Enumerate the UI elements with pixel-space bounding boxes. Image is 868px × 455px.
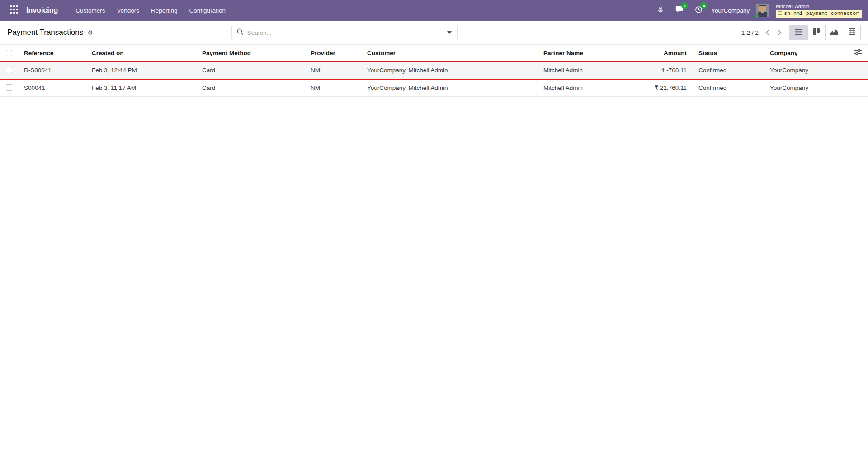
- header-created-on[interactable]: Created on: [86, 50, 196, 56]
- search-icon: [236, 28, 244, 37]
- list-lines-icon: [778, 10, 782, 17]
- menu-configuration[interactable]: Configuration: [184, 4, 231, 18]
- pager-range: 1-2 / 2: [741, 29, 759, 36]
- online-status-dot: [755, 14, 759, 19]
- pager-next-button[interactable]: [776, 28, 783, 37]
- menu-customers[interactable]: Customers: [71, 4, 110, 18]
- search-dropdown-toggle[interactable]: [446, 29, 453, 36]
- cell-reference: R-S00041: [18, 67, 86, 74]
- cell-provider: NMI: [305, 67, 361, 74]
- cell-created-on: Feb 3, 11:17 AM: [86, 84, 196, 91]
- table-row[interactable]: S00041 Feb 3, 11:17 AM Card NMI YourComp…: [0, 79, 868, 97]
- row-checkbox[interactable]: [6, 67, 12, 73]
- company-switcher[interactable]: YourCompany: [711, 7, 750, 14]
- table-header-row: Reference Created on Payment Method Prov…: [0, 45, 868, 61]
- user-module-tag-text: sh_nmi_payment_connector: [784, 10, 859, 17]
- activities-badge: 4: [700, 2, 707, 9]
- cell-partner-name: Mitchell Admin: [538, 84, 638, 91]
- cell-amount: ₹ -760.11: [638, 66, 693, 74]
- cell-customer: YourCompany, Mitchell Admin: [361, 84, 538, 91]
- list-view-button[interactable]: [790, 25, 807, 40]
- pager-previous-button[interactable]: [764, 28, 771, 37]
- select-all-checkbox[interactable]: [6, 50, 12, 56]
- debug-bug-button[interactable]: [654, 4, 667, 17]
- menu-vendors[interactable]: Vendors: [112, 4, 145, 18]
- cell-provider: NMI: [305, 84, 361, 91]
- header-reference[interactable]: Reference: [18, 50, 86, 56]
- search-input[interactable]: [247, 29, 443, 36]
- header-status[interactable]: Status: [693, 50, 764, 56]
- graph-view-icon: [830, 28, 838, 37]
- breadcrumb-area: Payment Transactions ⚙: [7, 28, 231, 37]
- app-menu: Customers Vendors Reporting Configuratio…: [71, 4, 231, 18]
- cell-company: YourCompany: [764, 67, 850, 74]
- header-payment-method[interactable]: Payment Method: [196, 50, 305, 56]
- header-customer[interactable]: Customer: [361, 50, 538, 56]
- top-navbar: Invoicing Customers Vendors Reporting Co…: [0, 0, 868, 21]
- user-name: Mitchell Admin: [776, 4, 809, 9]
- bug-icon: [657, 6, 664, 15]
- list-view-icon: [795, 28, 802, 37]
- cell-status: Confirmed: [693, 84, 764, 91]
- select-all-checkbox-cell: [0, 50, 18, 56]
- kanban-view-button[interactable]: [807, 25, 825, 40]
- control-panel-right: 1-2 / 2: [458, 25, 861, 40]
- optional-columns-button[interactable]: [850, 49, 868, 57]
- row-checkbox-cell: [0, 84, 18, 91]
- menu-reporting[interactable]: Reporting: [146, 4, 183, 18]
- cell-partner-name: Mitchell Admin: [538, 67, 638, 74]
- cell-created-on: Feb 3, 12:44 PM: [86, 67, 196, 74]
- cell-company: YourCompany: [764, 84, 850, 91]
- action-gear-icon[interactable]: ⚙: [87, 29, 93, 36]
- pager: 1-2 / 2: [741, 28, 783, 37]
- control-panel: Payment Transactions ⚙ 1-2 / 2: [0, 21, 868, 44]
- header-amount[interactable]: Amount: [638, 50, 693, 56]
- current-app-name[interactable]: Invoicing: [26, 6, 58, 14]
- kanban-view-icon: [813, 28, 820, 37]
- sliders-icon: [854, 49, 862, 57]
- table-body: R-S00041 Feb 3, 12:44 PM Card NMI YourCo…: [0, 61, 868, 97]
- page-title: Payment Transactions: [7, 28, 83, 37]
- apps-menu-button[interactable]: [6, 3, 22, 18]
- row-checkbox-cell: [0, 67, 18, 73]
- cell-customer: YourCompany, Mitchell Admin: [361, 67, 538, 74]
- cell-reference: S00041: [18, 84, 86, 91]
- header-provider[interactable]: Provider: [305, 50, 361, 56]
- header-company[interactable]: Company: [764, 50, 850, 56]
- payment-transactions-list: Reference Created on Payment Method Prov…: [0, 44, 868, 97]
- user-menu[interactable]: Mitchell Admin sh_nmi_payment_connector: [776, 4, 862, 18]
- cell-status: Confirmed: [693, 67, 764, 74]
- pivot-view-button[interactable]: [843, 25, 860, 40]
- navbar-left: Invoicing Customers Vendors Reporting Co…: [6, 3, 231, 18]
- cell-payment-method: Card: [196, 67, 305, 74]
- navbar-right: 7 4 YourCompany Mitchell Admin: [654, 4, 862, 18]
- user-module-tag: sh_nmi_payment_connector: [776, 10, 862, 18]
- row-checkbox[interactable]: [6, 84, 12, 91]
- table-row[interactable]: R-S00041 Feb 3, 12:44 PM Card NMI YourCo…: [0, 61, 868, 79]
- messages-button[interactable]: 7: [673, 4, 686, 17]
- view-switcher: [789, 25, 861, 40]
- pivot-view-icon: [849, 28, 855, 37]
- activities-button[interactable]: 4: [692, 4, 705, 17]
- graph-view-button[interactable]: [825, 25, 843, 40]
- apps-grid-icon: [10, 5, 18, 15]
- cell-payment-method: Card: [196, 84, 305, 91]
- header-partner-name[interactable]: Partner Name: [538, 50, 638, 56]
- user-avatar[interactable]: [756, 4, 769, 17]
- cell-amount: ₹ 22,760.11: [638, 84, 693, 91]
- search-bar: [231, 25, 458, 40]
- messages-badge: 7: [681, 2, 688, 9]
